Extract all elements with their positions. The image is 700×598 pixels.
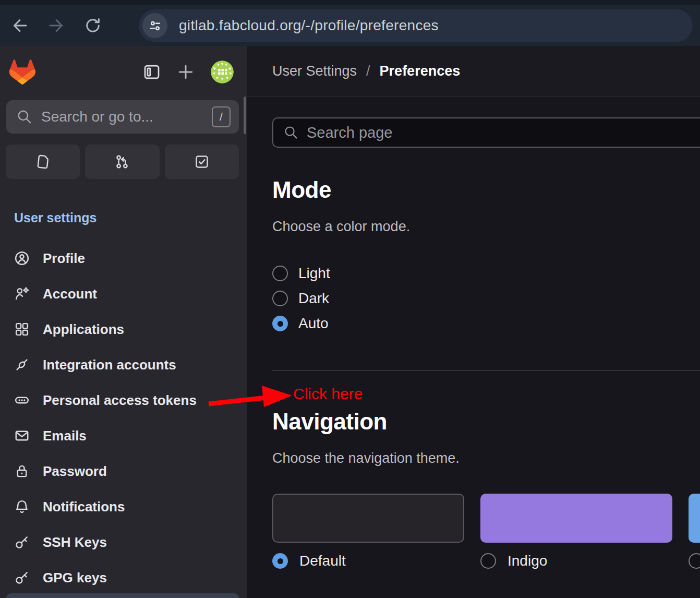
radio-circle xyxy=(689,553,700,569)
theme-option-indigo: Indigo xyxy=(480,494,672,570)
radio-circle xyxy=(272,266,288,281)
todos-button[interactable] xyxy=(165,145,239,179)
sidebar-item-label: Account xyxy=(43,286,97,302)
key-icon xyxy=(14,534,30,550)
sidebar-item-label: SSH Keys xyxy=(43,534,107,551)
sidebar-shortcut-buttons xyxy=(6,145,239,179)
envelope-icon xyxy=(14,428,30,444)
sidebar-item-ssh-keys[interactable]: SSH Keys xyxy=(0,524,247,560)
integration-plug-icon xyxy=(14,357,30,373)
profile-icon xyxy=(14,250,30,266)
sidebar-item-integration-accounts[interactable]: Integration accounts xyxy=(0,347,247,382)
theme-radio-indigo[interactable]: Indigo xyxy=(480,552,672,570)
breadcrumb: User Settings / Preferences xyxy=(247,46,700,97)
sidebar: Search or go to... / User settings Pro xyxy=(0,46,247,598)
issues-button[interactable] xyxy=(6,145,80,179)
padlock-icon xyxy=(14,463,30,479)
radio-label: Default xyxy=(299,553,346,569)
mode-section-description: Choose a color mode. xyxy=(272,219,700,235)
todo-check-icon xyxy=(194,154,210,170)
sidebar-item-label: Applications xyxy=(43,321,124,338)
browser-toolbar: gitlab.fabcloud.org/-/profile/preference… xyxy=(0,0,700,46)
theme-radio-partial[interactable] xyxy=(689,552,700,570)
search-icon xyxy=(17,109,32,125)
panel-toggle-icon[interactable] xyxy=(143,63,161,81)
sidebar-item-applications[interactable]: Applications xyxy=(0,312,247,347)
radio-circle xyxy=(272,291,288,306)
sidebar-item-profile[interactable]: Profile xyxy=(0,241,247,276)
page-search-placeholder: Search page xyxy=(307,124,392,141)
main-content: User Settings / Preferences Search page … xyxy=(247,46,700,598)
section-divider xyxy=(272,370,700,370)
sidebar-search-placeholder: Search or go to... xyxy=(41,109,153,125)
sidebar-item-personal-access-tokens[interactable]: Personal access tokens xyxy=(0,382,247,418)
breadcrumb-user-settings[interactable]: User Settings xyxy=(272,63,357,79)
mode-section-title: Mode xyxy=(272,177,700,203)
url-bar[interactable]: gitlab.fabcloud.org/-/profile/preference… xyxy=(139,9,693,42)
reload-icon[interactable] xyxy=(83,16,102,35)
preferences-page: Search page Mode Choose a color mode. Li… xyxy=(247,97,700,598)
plus-icon[interactable] xyxy=(176,63,195,81)
navigation-section-title: Navigation xyxy=(272,409,700,435)
merge-request-icon xyxy=(114,154,130,170)
radio-label: Auto xyxy=(298,315,329,332)
sidebar-item-notifications[interactable]: Notifications xyxy=(0,489,247,524)
sidebar-item-gpg-keys[interactable]: GPG keys xyxy=(0,560,247,595)
mode-radio-dark[interactable]: Dark xyxy=(272,286,700,311)
radio-label: Dark xyxy=(298,290,329,307)
theme-option-partial xyxy=(689,494,700,570)
theme-radio-default[interactable]: Default xyxy=(272,552,464,570)
sidebar-item-label: Integration accounts xyxy=(43,357,176,373)
color-mode-radio-group: Light Dark Auto xyxy=(272,261,700,336)
sidebar-item-label: Profile xyxy=(43,250,85,267)
sidebar-item-account[interactable]: Account xyxy=(0,276,247,312)
theme-swatch-partial[interactable] xyxy=(689,494,700,543)
radio-label: Light xyxy=(298,265,330,282)
sidebar-menu: Profile Account Applications Integration… xyxy=(0,241,247,595)
sidebar-search-input[interactable]: Search or go to... / xyxy=(6,100,239,134)
sidebar-header xyxy=(9,58,234,86)
sidebar-item-label: Password xyxy=(43,463,107,480)
page-search-input[interactable]: Search page xyxy=(272,117,700,148)
radio-label: Indigo xyxy=(508,553,547,569)
sidebar-item-emails[interactable]: Emails xyxy=(0,418,247,453)
theme-swatch-default[interactable] xyxy=(272,494,464,543)
sidebar-scrollbar-thumb[interactable] xyxy=(244,97,246,134)
breadcrumb-separator: / xyxy=(366,63,370,79)
sidebar-section-heading: User settings xyxy=(14,210,247,225)
radio-circle xyxy=(480,553,496,569)
sidebar-item-label: Notifications xyxy=(43,499,125,515)
radio-circle-checked xyxy=(272,316,288,331)
navigation-theme-picker: Default Indigo xyxy=(272,494,700,570)
sidebar-item-label: Emails xyxy=(43,428,87,444)
sidebar-item-password[interactable]: Password xyxy=(0,453,247,489)
theme-swatch-indigo[interactable] xyxy=(480,494,672,543)
bell-icon xyxy=(14,499,30,515)
slash-shortcut-badge: / xyxy=(212,106,231,127)
sidebar-item-label: GPG keys xyxy=(43,570,107,586)
forward-arrow-icon[interactable] xyxy=(47,16,66,35)
avatar[interactable] xyxy=(211,61,234,83)
breadcrumb-preferences: Preferences xyxy=(380,63,461,79)
radio-circle-checked xyxy=(272,553,288,569)
back-arrow-icon[interactable] xyxy=(10,16,29,35)
url-text: gitlab.fabcloud.org/-/profile/preference… xyxy=(179,17,439,34)
mode-radio-light[interactable]: Light xyxy=(272,261,700,286)
merge-requests-button[interactable] xyxy=(85,145,159,179)
screen: gitlab.fabcloud.org/-/profile/preference… xyxy=(0,0,700,598)
sidebar-item-label: Personal access tokens xyxy=(43,392,197,409)
applications-grid-icon xyxy=(14,321,30,337)
search-icon xyxy=(284,125,298,140)
theme-option-default: Default xyxy=(272,494,464,570)
key-icon xyxy=(14,570,30,585)
site-settings-icon[interactable] xyxy=(142,13,167,38)
issues-icon xyxy=(34,153,52,171)
mode-radio-auto[interactable]: Auto xyxy=(272,311,700,336)
account-gear-icon xyxy=(14,286,30,302)
token-pill-icon xyxy=(14,392,30,408)
gitlab-logo-icon[interactable] xyxy=(9,59,35,85)
navigation-section-description: Choose the navigation theme. xyxy=(272,450,700,467)
sidebar-item-partial-active[interactable] xyxy=(6,593,239,598)
